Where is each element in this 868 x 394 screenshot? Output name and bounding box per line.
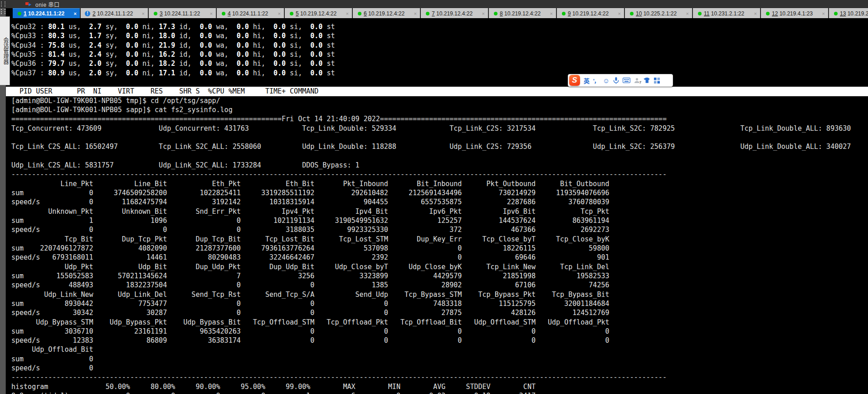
counter-header-row: Udp_Link_New Udp_Link_Del Send_Tcp_Rst S…: [11, 290, 868, 299]
ime-skin-icon[interactable]: [644, 78, 650, 84]
shell-command-line: [admin@BOL-IGW-T9K001-NPB05 sapp]$ cat f…: [11, 105, 868, 114]
terminal-screen[interactable]: %Cpu32 : 80.1 us, 2.7 sy, 0.0 ni, 17.3 i…: [5, 18, 868, 394]
cpu-usage-line: %Cpu33 : 80.3 us, 1.7 sy, 0.0 ni, 18.0 i…: [11, 31, 868, 40]
close-tab-icon[interactable]: ×: [685, 11, 690, 16]
close-tab-icon[interactable]: ×: [821, 11, 826, 16]
tab-label: 12 10.219.4.1:23: [772, 10, 813, 17]
counter-sum-row: sum 3036710 23161191 9635420263 0 0 0 0 …: [11, 327, 868, 336]
sogou-logo-icon[interactable]: S: [569, 75, 580, 86]
counter-sum-row: sum 155052583 570211345624 7 3256 332389…: [11, 271, 868, 281]
session-tab-3[interactable]: 3 10.224.11.1:22×: [149, 8, 216, 18]
tab-label: 11 10.231.2.1:22: [704, 10, 744, 17]
cpu-usage-line: %Cpu37 : 80.9 us, 2.0 sy, 0.0 ni, 17.1 i…: [11, 69, 868, 78]
session-tab-1[interactable]: 1 10.224.11.1:22×: [13, 8, 80, 18]
ime-account-icon[interactable]: 7: [634, 78, 640, 84]
connected-dot-icon: [698, 12, 702, 15]
blank-line: [11, 133, 868, 142]
connected-dot-icon: [562, 12, 566, 15]
close-tab-icon[interactable]: ×: [481, 11, 486, 16]
session-tab-10[interactable]: 10 10.225.2.1:22×: [625, 8, 692, 18]
top-columns-header: PID USER PR NI VIRT RES SHR S %CPU %MEM …: [5, 87, 868, 96]
close-tab-icon[interactable]: ×: [345, 11, 350, 16]
session-tab-2[interactable]: !2 10.224.11.1:22×: [81, 8, 148, 18]
close-tab-icon[interactable]: ×: [277, 11, 282, 16]
session-tab-11[interactable]: 11 10.231.2.1:22×: [693, 8, 760, 18]
counter-sum-row: sum 2207496127872 4082090 21287377600 79…: [11, 244, 868, 253]
tab-label: 2 10.224.11.1:22: [93, 10, 133, 17]
counter-sum-row: sum 1 1096 0 1021191134 3190549951632 12…: [11, 216, 868, 225]
dashed-separator: ----------------------------------------…: [11, 373, 868, 382]
session-manager-vertical-tab[interactable]: 会话管理器: [0, 16, 10, 85]
session-tab-6[interactable]: 6 10.219.12.4:22×: [353, 8, 420, 18]
window-title: onie 串口: [35, 0, 60, 8]
close-tab-icon[interactable]: ×: [753, 11, 758, 16]
close-tab-icon[interactable]: ×: [73, 11, 78, 16]
cpu-usage-line: %Cpu36 : 79.7 us, 2.0 sy, 0.0 ni, 18.2 i…: [11, 59, 868, 68]
counter-speed-row: speed/s 0: [11, 364, 868, 373]
counter-sum-row: sum 8930442 7753477 0 0 0 7483318 115125…: [11, 299, 868, 308]
counter-speed-row: speed/s 30342 30287 0 0 0 27875 428126 1…: [11, 308, 868, 317]
cpu-usage-line: %Cpu35 : 81.4 us, 2.4 sy, 0.0 ni, 16.2 i…: [11, 50, 868, 59]
ime-toolbar: S 英 '， ☺ 7: [568, 74, 673, 87]
session-tab-9[interactable]: 9 10.219.12.4:22×: [557, 8, 624, 18]
counter-header-row: Tcp_Bit Dup_Tcp_Pkt Dup_Tcp_Bit Tcp_Lost…: [11, 235, 868, 244]
title-bar: onie 串口: [0, 0, 868, 8]
connected-dot-icon: [154, 12, 157, 15]
session-tab-4[interactable]: 4 10.224.11.1:22×: [217, 8, 284, 18]
connected-dot-icon: [18, 12, 21, 15]
histogram-header-row: histogram 50.00% 80.00% 90.00% 95.00% 99…: [11, 382, 868, 391]
dashed-separator: ----------------------------------------…: [11, 170, 868, 179]
sidebar-grip-handle[interactable]: [1, 9, 5, 14]
tab-label: 1 10.224.11.1:22: [24, 10, 64, 17]
toolbar-grip-handle[interactable]: [1, 1, 5, 7]
histogram-data-row: OoO_num(tid 1) 0 0 0 0 1 6 0 0.02 0.19 2…: [11, 391, 868, 394]
close-tab-icon[interactable]: ×: [209, 11, 214, 16]
blank-line: [11, 152, 868, 161]
connected-dot-icon: [630, 12, 634, 15]
counter-sum-row: sum 0 3746509258200 1022825411 331928551…: [11, 188, 868, 197]
link-stats-line: Tcp_Concurrent: 473609 Udp_Concurrent: 4…: [11, 124, 868, 133]
app-icon: [25, 1, 32, 7]
close-tab-icon[interactable]: ×: [413, 11, 418, 16]
counter-speed-row: speed/s 6793168011 14461 80290483 322466…: [11, 253, 868, 262]
counter-speed-row: speed/s 488493 1832237504 0 0 1385 28902…: [11, 281, 868, 290]
link-stats-line: Tcp_Link_C2S_ALL: 16502497 Tcp_Link_S2C_…: [11, 142, 868, 151]
ime-keyboard-icon[interactable]: [623, 78, 630, 83]
session-tab-12[interactable]: 12 10.219.4.1:23×: [761, 8, 828, 18]
ime-microphone-icon[interactable]: [613, 77, 619, 84]
tab-label: 13 10.219.2.1:22: [840, 10, 868, 17]
session-tab-7[interactable]: 7 10.219.12.4:22×: [421, 8, 488, 18]
counter-header-row: Udp_Pkt Udp_Bit Dup_Udp_Pkt Dup_Udp_Bit …: [11, 262, 868, 271]
shell-command-line: [admin@BOL-IGW-T9K001-NPB05 tmp]$ cd /op…: [11, 96, 868, 105]
connected-dot-icon: [222, 12, 225, 15]
connected-dot-icon: [426, 12, 429, 15]
alert-icon: !: [85, 11, 90, 16]
counter-speed-row: speed/s 12383 86809 36383174 0 0 0 0 0: [11, 336, 868, 345]
session-tab-13[interactable]: 13 10.219.2.1:22×: [829, 8, 868, 18]
counter-header-row: Udp_Bypass_STM Udp_Bypass_Pkt Udp_Bypass…: [11, 318, 868, 327]
ime-punctuation-icon[interactable]: '，: [593, 77, 599, 84]
ime-english-mode-icon[interactable]: 英: [584, 76, 590, 85]
cpu-usage-line: %Cpu34 : 75.8 us, 2.4 sy, 0.0 ni, 21.9 i…: [11, 41, 868, 50]
connected-dot-icon: [358, 12, 361, 15]
session-tab-5[interactable]: 5 10.219.12.4:22×: [285, 8, 352, 18]
connected-dot-icon: [290, 12, 293, 15]
ime-emoji-icon[interactable]: ☺: [603, 77, 610, 84]
close-tab-icon[interactable]: ×: [141, 11, 146, 16]
counter-speed-row: speed/s 0 11682475794 3192142 1031831591…: [11, 197, 868, 207]
tab-label: 6 10.219.12.4:22: [364, 10, 405, 17]
cpu-usage-line: %Cpu32 : 80.1 us, 2.7 sy, 0.0 ni, 17.3 i…: [11, 22, 868, 31]
counter-header-row: Udp_Offload_Bit: [11, 345, 868, 354]
session-tab-8[interactable]: 8 10.219.12.4:22×: [489, 8, 556, 18]
blank-line: [11, 78, 868, 87]
ime-toolbox-icon[interactable]: [654, 78, 660, 84]
tab-label: 7 10.219.12.4:22: [432, 10, 473, 17]
log-date-separator: ========================================…: [11, 114, 868, 123]
tab-label: 10 10.225.2.1:22: [636, 10, 677, 17]
counter-header-row: Unknown_Pkt Unknown_Bit Snd_Err_Pkt Ipv4…: [11, 207, 868, 216]
connected-dot-icon: [766, 12, 770, 15]
close-tab-icon[interactable]: ×: [549, 11, 554, 16]
connected-dot-icon: [494, 12, 497, 15]
close-tab-icon[interactable]: ×: [617, 11, 622, 16]
tab-label: 8 10.219.12.4:22: [500, 10, 541, 17]
